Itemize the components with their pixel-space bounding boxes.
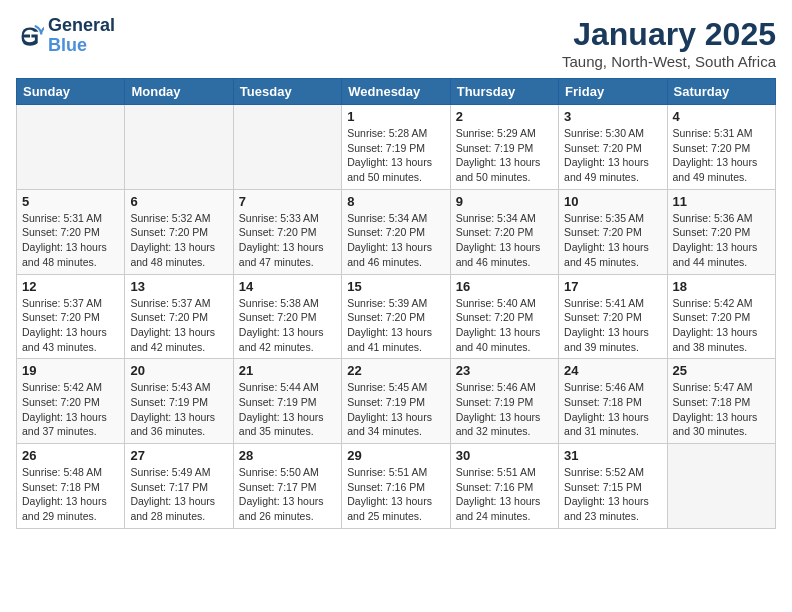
calendar-cell: 29Sunrise: 5:51 AM Sunset: 7:16 PM Dayli… — [342, 444, 450, 529]
calendar-cell: 18Sunrise: 5:42 AM Sunset: 7:20 PM Dayli… — [667, 274, 775, 359]
calendar-cell: 22Sunrise: 5:45 AM Sunset: 7:19 PM Dayli… — [342, 359, 450, 444]
calendar-cell: 7Sunrise: 5:33 AM Sunset: 7:20 PM Daylig… — [233, 189, 341, 274]
calendar-cell — [125, 105, 233, 190]
calendar-cell: 31Sunrise: 5:52 AM Sunset: 7:15 PM Dayli… — [559, 444, 667, 529]
weekday-header: Thursday — [450, 79, 558, 105]
logo: General Blue — [16, 16, 115, 56]
day-info: Sunrise: 5:44 AM Sunset: 7:19 PM Dayligh… — [239, 380, 336, 439]
calendar-cell — [17, 105, 125, 190]
day-info: Sunrise: 5:49 AM Sunset: 7:17 PM Dayligh… — [130, 465, 227, 524]
calendar-cell: 26Sunrise: 5:48 AM Sunset: 7:18 PM Dayli… — [17, 444, 125, 529]
calendar-cell — [667, 444, 775, 529]
day-number: 29 — [347, 448, 444, 463]
day-info: Sunrise: 5:50 AM Sunset: 7:17 PM Dayligh… — [239, 465, 336, 524]
day-number: 12 — [22, 279, 119, 294]
day-info: Sunrise: 5:37 AM Sunset: 7:20 PM Dayligh… — [130, 296, 227, 355]
page-header: General Blue January 2025 Taung, North-W… — [16, 16, 776, 70]
day-number: 14 — [239, 279, 336, 294]
day-info: Sunrise: 5:31 AM Sunset: 7:20 PM Dayligh… — [673, 126, 770, 185]
day-info: Sunrise: 5:29 AM Sunset: 7:19 PM Dayligh… — [456, 126, 553, 185]
day-number: 4 — [673, 109, 770, 124]
calendar-week-row: 12Sunrise: 5:37 AM Sunset: 7:20 PM Dayli… — [17, 274, 776, 359]
calendar-table: SundayMondayTuesdayWednesdayThursdayFrid… — [16, 78, 776, 529]
calendar-cell: 24Sunrise: 5:46 AM Sunset: 7:18 PM Dayli… — [559, 359, 667, 444]
day-number: 22 — [347, 363, 444, 378]
calendar-cell: 3Sunrise: 5:30 AM Sunset: 7:20 PM Daylig… — [559, 105, 667, 190]
day-info: Sunrise: 5:41 AM Sunset: 7:20 PM Dayligh… — [564, 296, 661, 355]
day-info: Sunrise: 5:42 AM Sunset: 7:20 PM Dayligh… — [22, 380, 119, 439]
day-number: 21 — [239, 363, 336, 378]
calendar-week-row: 1Sunrise: 5:28 AM Sunset: 7:19 PM Daylig… — [17, 105, 776, 190]
day-number: 18 — [673, 279, 770, 294]
calendar-cell: 23Sunrise: 5:46 AM Sunset: 7:19 PM Dayli… — [450, 359, 558, 444]
weekday-header: Sunday — [17, 79, 125, 105]
calendar-cell: 2Sunrise: 5:29 AM Sunset: 7:19 PM Daylig… — [450, 105, 558, 190]
day-info: Sunrise: 5:45 AM Sunset: 7:19 PM Dayligh… — [347, 380, 444, 439]
calendar-cell — [233, 105, 341, 190]
day-number: 9 — [456, 194, 553, 209]
month-title: January 2025 — [562, 16, 776, 53]
day-number: 20 — [130, 363, 227, 378]
day-number: 28 — [239, 448, 336, 463]
calendar-cell: 14Sunrise: 5:38 AM Sunset: 7:20 PM Dayli… — [233, 274, 341, 359]
day-number: 2 — [456, 109, 553, 124]
day-info: Sunrise: 5:31 AM Sunset: 7:20 PM Dayligh… — [22, 211, 119, 270]
day-number: 19 — [22, 363, 119, 378]
day-info: Sunrise: 5:34 AM Sunset: 7:20 PM Dayligh… — [347, 211, 444, 270]
calendar-cell: 19Sunrise: 5:42 AM Sunset: 7:20 PM Dayli… — [17, 359, 125, 444]
calendar-cell: 1Sunrise: 5:28 AM Sunset: 7:19 PM Daylig… — [342, 105, 450, 190]
logo-text: General Blue — [48, 16, 115, 56]
day-number: 26 — [22, 448, 119, 463]
day-info: Sunrise: 5:39 AM Sunset: 7:20 PM Dayligh… — [347, 296, 444, 355]
day-info: Sunrise: 5:30 AM Sunset: 7:20 PM Dayligh… — [564, 126, 661, 185]
day-number: 7 — [239, 194, 336, 209]
day-info: Sunrise: 5:46 AM Sunset: 7:19 PM Dayligh… — [456, 380, 553, 439]
calendar-cell: 5Sunrise: 5:31 AM Sunset: 7:20 PM Daylig… — [17, 189, 125, 274]
day-number: 3 — [564, 109, 661, 124]
day-number: 16 — [456, 279, 553, 294]
calendar-cell: 21Sunrise: 5:44 AM Sunset: 7:19 PM Dayli… — [233, 359, 341, 444]
calendar-cell: 27Sunrise: 5:49 AM Sunset: 7:17 PM Dayli… — [125, 444, 233, 529]
calendar-week-row: 5Sunrise: 5:31 AM Sunset: 7:20 PM Daylig… — [17, 189, 776, 274]
calendar-cell: 6Sunrise: 5:32 AM Sunset: 7:20 PM Daylig… — [125, 189, 233, 274]
weekday-header: Monday — [125, 79, 233, 105]
day-number: 10 — [564, 194, 661, 209]
day-number: 6 — [130, 194, 227, 209]
logo-icon — [16, 22, 44, 50]
calendar-cell: 17Sunrise: 5:41 AM Sunset: 7:20 PM Dayli… — [559, 274, 667, 359]
weekday-header: Friday — [559, 79, 667, 105]
title-block: January 2025 Taung, North-West, South Af… — [562, 16, 776, 70]
calendar-cell: 9Sunrise: 5:34 AM Sunset: 7:20 PM Daylig… — [450, 189, 558, 274]
day-info: Sunrise: 5:40 AM Sunset: 7:20 PM Dayligh… — [456, 296, 553, 355]
day-number: 17 — [564, 279, 661, 294]
day-info: Sunrise: 5:47 AM Sunset: 7:18 PM Dayligh… — [673, 380, 770, 439]
day-info: Sunrise: 5:51 AM Sunset: 7:16 PM Dayligh… — [456, 465, 553, 524]
calendar-week-row: 19Sunrise: 5:42 AM Sunset: 7:20 PM Dayli… — [17, 359, 776, 444]
day-info: Sunrise: 5:34 AM Sunset: 7:20 PM Dayligh… — [456, 211, 553, 270]
weekday-header: Saturday — [667, 79, 775, 105]
day-number: 11 — [673, 194, 770, 209]
day-info: Sunrise: 5:37 AM Sunset: 7:20 PM Dayligh… — [22, 296, 119, 355]
day-info: Sunrise: 5:42 AM Sunset: 7:20 PM Dayligh… — [673, 296, 770, 355]
day-number: 1 — [347, 109, 444, 124]
day-info: Sunrise: 5:36 AM Sunset: 7:20 PM Dayligh… — [673, 211, 770, 270]
location-title: Taung, North-West, South Africa — [562, 53, 776, 70]
weekday-header: Tuesday — [233, 79, 341, 105]
day-info: Sunrise: 5:51 AM Sunset: 7:16 PM Dayligh… — [347, 465, 444, 524]
day-info: Sunrise: 5:43 AM Sunset: 7:19 PM Dayligh… — [130, 380, 227, 439]
day-info: Sunrise: 5:35 AM Sunset: 7:20 PM Dayligh… — [564, 211, 661, 270]
day-info: Sunrise: 5:48 AM Sunset: 7:18 PM Dayligh… — [22, 465, 119, 524]
day-number: 24 — [564, 363, 661, 378]
day-number: 5 — [22, 194, 119, 209]
day-number: 15 — [347, 279, 444, 294]
day-number: 31 — [564, 448, 661, 463]
calendar-cell: 30Sunrise: 5:51 AM Sunset: 7:16 PM Dayli… — [450, 444, 558, 529]
day-info: Sunrise: 5:28 AM Sunset: 7:19 PM Dayligh… — [347, 126, 444, 185]
calendar-cell: 11Sunrise: 5:36 AM Sunset: 7:20 PM Dayli… — [667, 189, 775, 274]
calendar-cell: 13Sunrise: 5:37 AM Sunset: 7:20 PM Dayli… — [125, 274, 233, 359]
day-number: 27 — [130, 448, 227, 463]
calendar-cell: 25Sunrise: 5:47 AM Sunset: 7:18 PM Dayli… — [667, 359, 775, 444]
calendar-week-row: 26Sunrise: 5:48 AM Sunset: 7:18 PM Dayli… — [17, 444, 776, 529]
calendar-cell: 15Sunrise: 5:39 AM Sunset: 7:20 PM Dayli… — [342, 274, 450, 359]
calendar-cell: 8Sunrise: 5:34 AM Sunset: 7:20 PM Daylig… — [342, 189, 450, 274]
